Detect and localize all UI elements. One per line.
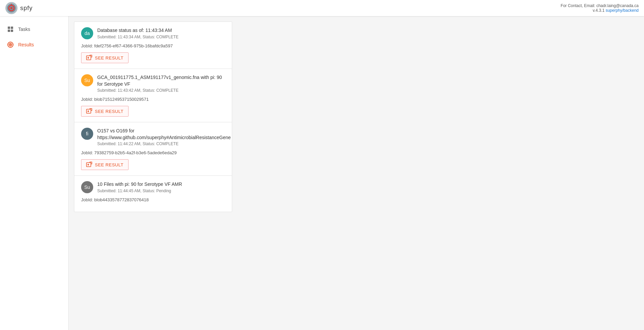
result-submitted: Submitted: 11:43:34 AM, Status: COMPLETE xyxy=(97,35,178,39)
results-list: daDatabase status as of: 11:43:34 AMSubm… xyxy=(74,22,232,212)
see-result-icon xyxy=(86,55,92,61)
result-title-block: 10 Files with pi: 90 for Serotype VF AMR… xyxy=(97,181,182,193)
sidebar-item-tasks[interactable]: Tasks xyxy=(0,22,68,37)
grid-icon xyxy=(7,26,14,33)
layout: Tasks Results daDatabase status as of: 1… xyxy=(0,16,644,330)
result-jobid: JobId: fdef2756-ef67-4366-975b-16bafdc9a… xyxy=(81,43,225,48)
sidebar-tasks-label: Tasks xyxy=(18,27,30,32)
result-title: GCA_001911775.1_ASM191177v1_genomic.fna … xyxy=(97,74,225,87)
result-card: Su10 Files with pi: 90 for Serotype VF A… xyxy=(74,176,232,212)
result-card: fiO157 vs O169 for https://www.github.co… xyxy=(74,122,232,176)
result-title: Database status as of: 11:43:34 AM xyxy=(97,27,178,34)
result-jobid: JobId: blob4433578772837076418 xyxy=(81,197,225,202)
see-result-label: SEE RESULT xyxy=(95,162,123,167)
topbar-left: spfy xyxy=(5,2,33,14)
see-result-icon xyxy=(86,162,92,168)
logo-icon xyxy=(5,2,17,14)
result-submitted: Submitted: 11:43:42 AM, Status: COMPLETE xyxy=(97,88,225,93)
result-submitted: Submitted: 11:44:45 AM, Status: Pending xyxy=(97,189,182,193)
see-result-button[interactable]: SEE RESULT xyxy=(81,106,129,117)
sidebar-item-results[interactable]: Results xyxy=(0,37,68,52)
contact-text: For Contact, Email: chadr.laing@canada.c… xyxy=(561,3,639,8)
result-jobid: JobId: blob7151249537150029571 xyxy=(81,97,225,102)
sidebar: Tasks Results xyxy=(0,16,69,330)
logo-text: spfy xyxy=(20,5,33,12)
avatar: fi xyxy=(81,128,93,140)
result-title-block: GCA_001911775.1_ASM191177v1_genomic.fna … xyxy=(97,74,225,93)
see-result-button[interactable]: SEE RESULT xyxy=(81,159,129,170)
result-jobid: JobId: 79382759-b2b5-4a2f-b3e6-5adede6ed… xyxy=(81,150,225,155)
svg-rect-4 xyxy=(8,27,10,29)
svg-point-2 xyxy=(10,7,12,9)
result-title: O157 vs O169 for https://www.github.com/… xyxy=(97,128,231,141)
result-title: 10 Files with pi: 90 for Serotype VF AMR xyxy=(97,181,182,188)
avatar: Su xyxy=(81,74,93,86)
result-submitted: Submitted: 11:44:22 AM, Status: COMPLETE xyxy=(97,141,231,146)
result-title-block: Database status as of: 11:43:34 AMSubmit… xyxy=(97,27,178,39)
result-header: fiO157 vs O169 for https://www.github.co… xyxy=(81,128,225,146)
see-result-label: SEE RESULT xyxy=(95,55,123,60)
svg-point-10 xyxy=(10,44,11,45)
avatar: da xyxy=(81,27,93,39)
main-content: daDatabase status as of: 11:43:34 AMSubm… xyxy=(69,16,644,330)
result-card: SuGCA_001911775.1_ASM191177v1_genomic.fn… xyxy=(74,69,232,122)
target-icon xyxy=(7,41,14,48)
topbar-contact: For Contact, Email: chadr.laing@canada.c… xyxy=(561,3,639,13)
result-header: Su10 Files with pi: 90 for Serotype VF A… xyxy=(81,181,225,193)
see-result-icon xyxy=(86,108,92,114)
avatar: Su xyxy=(81,181,93,193)
result-header: daDatabase status as of: 11:43:34 AMSubm… xyxy=(81,27,225,39)
svg-rect-7 xyxy=(11,30,13,32)
result-title-block: O157 vs O169 for https://www.github.com/… xyxy=(97,128,231,146)
svg-rect-6 xyxy=(8,30,10,32)
topbar: spfy For Contact, Email: chadr.laing@can… xyxy=(0,0,644,16)
version-text: v.4.3.1 xyxy=(593,8,604,13)
backend-link[interactable]: superphy/backend xyxy=(606,8,639,13)
sidebar-results-label: Results xyxy=(18,42,34,47)
see-result-button[interactable]: SEE RESULT xyxy=(81,52,129,63)
result-card: daDatabase status as of: 11:43:34 AMSubm… xyxy=(74,22,232,69)
see-result-label: SEE RESULT xyxy=(95,109,123,114)
svg-rect-5 xyxy=(11,27,13,29)
result-header: SuGCA_001911775.1_ASM191177v1_genomic.fn… xyxy=(81,74,225,93)
